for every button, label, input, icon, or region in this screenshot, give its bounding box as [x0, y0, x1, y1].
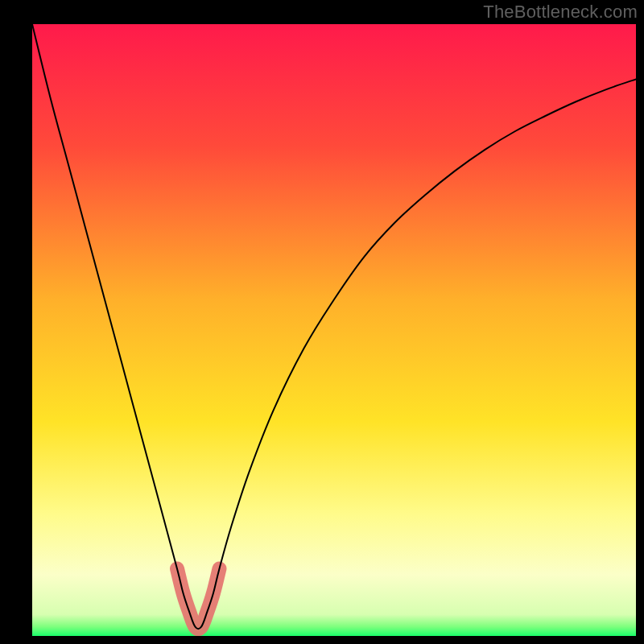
- bottleneck-chart: [32, 24, 636, 636]
- plot-area: [32, 24, 636, 636]
- chart-frame: TheBottleneck.com: [0, 0, 644, 644]
- watermark-text: TheBottleneck.com: [483, 2, 638, 23]
